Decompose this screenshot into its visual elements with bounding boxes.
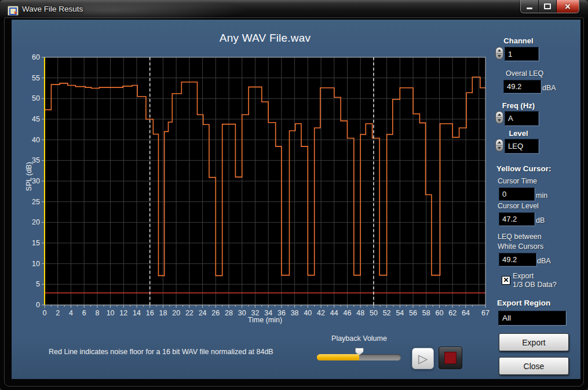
export-ob-label-1: Export	[513, 272, 534, 280]
titlebar[interactable]: Wave File Resuts ✕	[0, 0, 588, 19]
svg-text:15: 15	[32, 239, 40, 247]
svg-text:5: 5	[36, 280, 40, 288]
spinner-down-icon	[498, 55, 501, 57]
playback-volume-label: Playback Volume	[316, 334, 403, 343]
overall-leq-unit: dBA	[542, 84, 556, 92]
cursor-level-field[interactable]: 47.2	[499, 212, 535, 226]
overall-leq-label: Overal LEQ	[506, 69, 543, 78]
cursor-time-label: Cursor Time	[498, 177, 537, 185]
svg-text:55: 55	[32, 74, 40, 82]
play-button[interactable]: ▷	[412, 348, 434, 369]
level-spinner[interactable]	[495, 139, 503, 152]
freq-field[interactable]: A	[505, 111, 539, 126]
stop-button[interactable]	[439, 347, 462, 369]
channel-label: Channel	[498, 36, 539, 45]
cursor-time-unit: min	[536, 192, 547, 200]
noise-floor-note: Red Line indicates noise floor for a 16 …	[49, 348, 273, 356]
svg-text:20: 20	[32, 218, 40, 226]
close-button[interactable]: Close	[499, 357, 569, 375]
spinner-down-icon	[498, 119, 501, 122]
svg-text:0: 0	[36, 301, 40, 309]
x-axis-label: Time (min)	[45, 316, 485, 324]
svg-text:60: 60	[32, 53, 40, 61]
svg-text:35: 35	[32, 156, 40, 164]
maximize-button[interactable]	[539, 0, 557, 13]
cursor-time-field[interactable]: 0	[499, 187, 535, 201]
y-axis-label: SPL (dB)	[25, 152, 33, 201]
close-icon: ✕	[565, 2, 571, 11]
minimize-button[interactable]	[521, 0, 539, 13]
yellow-cursor-heading: Yellow Cursor:	[496, 164, 552, 173]
leq-between-field[interactable]: 49.2	[499, 253, 536, 266]
export-region-label: Export Region	[497, 299, 550, 307]
leq-between-unit: dBA	[537, 257, 551, 265]
export-region-dropdown[interactable]: All	[498, 311, 566, 325]
window-title: Wave File Resuts	[22, 5, 83, 13]
app-icon	[8, 6, 19, 16]
chart-title: Any WAV File.wav	[45, 32, 485, 45]
spinner-up-icon	[498, 49, 501, 51]
level-label: Level	[498, 129, 539, 138]
level-field[interactable]: LEQ	[505, 139, 539, 153]
playback-volume-slider[interactable]	[317, 354, 401, 360]
slider-fill	[317, 354, 359, 360]
svg-text:10: 10	[32, 260, 40, 268]
svg-text:40: 40	[32, 136, 40, 144]
window-controls: ✕	[520, 0, 579, 13]
spinner-down-icon	[498, 147, 501, 149]
stop-icon	[444, 352, 456, 364]
spinner-up-icon	[498, 113, 501, 116]
channel-field[interactable]: 1	[505, 47, 539, 61]
app-window: Wave File Resuts ✕ Any WAV File.wav 0246…	[0, 0, 588, 390]
close-window-button[interactable]: ✕	[557, 0, 579, 13]
svg-text:50: 50	[32, 94, 40, 102]
spinner-up-icon	[498, 141, 501, 144]
export-ob-checkbox[interactable]: ✕	[502, 276, 510, 285]
spl-time-chart[interactable]: 0246810121416182022242628303234363840424…	[23, 51, 492, 330]
freq-label: Freq (Hz)	[498, 101, 539, 110]
minimize-icon	[527, 8, 532, 9]
cursor-level-label: Cursor Level	[498, 202, 539, 210]
channel-spinner[interactable]	[495, 47, 503, 60]
play-icon: ▷	[418, 352, 428, 365]
overall-leq-field[interactable]: 49.2	[503, 80, 541, 93]
export-ob-label-2: 1/3 OB Data?	[513, 281, 557, 289]
leq-between-label-2: White Cursors	[498, 242, 543, 251]
svg-text:45: 45	[32, 115, 40, 123]
svg-text:30: 30	[32, 177, 40, 185]
export-button[interactable]: Export	[499, 333, 569, 351]
svg-text:25: 25	[32, 198, 40, 206]
cursor-level-unit: dB	[536, 216, 545, 225]
leq-between-label-1: LEQ between	[498, 233, 542, 241]
maximize-icon	[544, 3, 551, 9]
freq-spinner[interactable]	[495, 111, 503, 124]
